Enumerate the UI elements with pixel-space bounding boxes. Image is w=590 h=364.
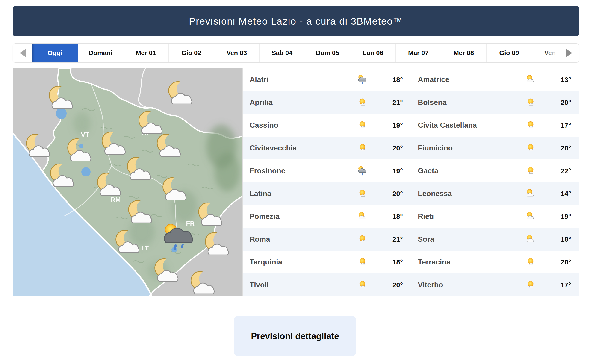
city-row[interactable]: Amatrice13°: [411, 68, 579, 91]
prev-days-button[interactable]: [13, 44, 32, 62]
province-label-fr: FR: [186, 220, 195, 227]
city-temperature: 20°: [375, 144, 403, 152]
city-name: Gaeta: [418, 167, 525, 175]
weather-icon-sun: [525, 257, 537, 268]
city-temperature: 18°: [375, 213, 403, 221]
city-row[interactable]: Viterbo17°: [411, 273, 579, 296]
city-name: Aprilia: [249, 98, 357, 107]
city-temperature: 19°: [544, 213, 571, 221]
city-name: Rieti: [418, 212, 525, 221]
city-temperature: 14°: [544, 190, 571, 198]
city-list-left: Alatri18°Aprilia21°Cassino19°Civitavecch…: [243, 68, 411, 296]
city-temperature: 21°: [375, 235, 403, 243]
city-row[interactable]: Fiumicino20°: [411, 136, 579, 159]
day-tab-mer-08[interactable]: Mer 08: [441, 44, 486, 62]
city-temperature: 18°: [544, 235, 571, 243]
weather-icon-sun: [357, 234, 368, 245]
city-name: Tarquinia: [249, 258, 357, 266]
city-temperature: 20°: [544, 99, 571, 106]
weather-icon-sun: [525, 143, 537, 154]
day-tab-dom-05[interactable]: Dom 05: [305, 44, 350, 62]
day-tabs: OggiDomaniMer 01Gio 02Ven 03Sab 04Dom 05…: [32, 44, 560, 62]
widget-header: Previsioni Meteo Lazio - a cura di 3BMet…: [13, 6, 579, 36]
city-row[interactable]: Rieti19°: [411, 205, 579, 228]
city-name: Sora: [418, 235, 525, 244]
city-row[interactable]: Tivoli20°: [243, 273, 411, 296]
weather-icon-sun: [525, 165, 537, 176]
city-row[interactable]: Leonessa14°: [411, 182, 579, 205]
city-name: Terracina: [418, 258, 525, 266]
day-tab-lun-06[interactable]: Lun 06: [350, 44, 395, 62]
weather-icon-sun-cloud: [525, 188, 537, 199]
city-row[interactable]: Latina20°: [243, 182, 411, 205]
city-temperature: 19°: [375, 121, 403, 129]
weather-icon-sun: [357, 257, 368, 268]
city-row[interactable]: Sora18°: [411, 228, 579, 251]
weather-icon-sun: [357, 188, 368, 199]
city-temperature: 20°: [544, 258, 571, 266]
day-tab-sab-04[interactable]: Sab 04: [259, 44, 305, 62]
city-row[interactable]: Civita Castellana17°: [411, 114, 579, 136]
city-row[interactable]: Terracina20°: [411, 251, 579, 273]
city-temperature: 20°: [375, 281, 403, 289]
weather-icon-sun: [525, 120, 537, 131]
city-row[interactable]: Civitavecchia20°: [243, 136, 411, 159]
day-tab-gio-02[interactable]: Gio 02: [169, 44, 214, 62]
city-temperature: 13°: [544, 76, 571, 84]
city-name: Alatri: [249, 75, 357, 84]
weather-icon-sun: [357, 97, 368, 108]
day-tab-domani[interactable]: Domani: [78, 44, 123, 62]
weather-icon-sun: [357, 143, 368, 154]
detailed-forecast-button[interactable]: Previsioni dettagliate: [234, 316, 356, 356]
city-temperature: 20°: [544, 144, 571, 152]
city-row[interactable]: Tarquinia18°: [243, 251, 411, 273]
city-name: Roma: [249, 235, 357, 244]
city-row[interactable]: Pomezia18°: [243, 205, 411, 228]
weather-icon-sun: [525, 97, 537, 108]
day-tab-ven-10[interactable]: Ven 10: [532, 44, 560, 62]
city-name: Latina: [249, 189, 357, 198]
city-row[interactable]: Cassino19°: [243, 114, 411, 136]
day-tab-ven-03[interactable]: Ven 03: [214, 44, 259, 62]
day-tab-oggi[interactable]: Oggi: [32, 44, 78, 62]
city-row[interactable]: Gaeta22°: [411, 159, 579, 182]
city-name: Bolsena: [418, 98, 525, 107]
city-temperature: 20°: [375, 190, 403, 198]
city-row[interactable]: Bolsena20°: [411, 91, 579, 114]
day-tab-gio-09[interactable]: Gio 09: [486, 44, 532, 62]
province-label-vt: VT: [81, 131, 89, 138]
city-name: Viterbo: [418, 281, 525, 289]
weather-icon-sun-cloud: [525, 234, 537, 245]
weather-icon-sun-cloud: [525, 74, 537, 85]
day-tabs-bar: OggiDomaniMer 01Gio 02Ven 03Sab 04Dom 05…: [13, 43, 579, 63]
page-title: Previsioni Meteo Lazio - a cura di 3BMet…: [189, 16, 403, 27]
city-row[interactable]: Aprilia21°: [243, 91, 411, 114]
province-label-rm: RM: [111, 196, 121, 203]
city-temperature: 19°: [375, 167, 403, 175]
city-name: Cassino: [249, 121, 357, 130]
city-row[interactable]: Alatri18°: [243, 68, 411, 91]
city-temperature: 17°: [544, 281, 571, 289]
day-tab-mer-01[interactable]: Mer 01: [123, 44, 169, 62]
weather-icon-rain: [357, 74, 368, 85]
weather-icon-sun: [357, 280, 368, 291]
city-name: Frosinone: [249, 167, 357, 175]
weather-icon-sun-cloud: [525, 211, 537, 222]
province-label-lt: LT: [141, 244, 149, 252]
weather-icon-sun: [357, 120, 368, 131]
forecast-content: VT RI RM FR LT: [13, 68, 579, 297]
city-name: Amatrice: [418, 75, 525, 84]
weather-icon-sun: [525, 280, 537, 291]
weather-icon-rain: [357, 165, 368, 176]
city-temperature: 18°: [375, 258, 403, 266]
city-list-right: Amatrice13°Bolsena20°Civita Castellana17…: [411, 68, 579, 296]
city-row[interactable]: Roma21°: [243, 228, 411, 251]
weather-icon-sun-cloud: [357, 211, 368, 222]
day-tab-mar-07[interactable]: Mar 07: [395, 44, 441, 62]
city-temperature: 17°: [544, 121, 571, 129]
chevron-left-icon: [20, 49, 26, 57]
city-row[interactable]: Frosinone19°: [243, 159, 411, 182]
city-name: Civita Castellana: [418, 121, 525, 130]
lazio-weather-map: VT RI RM FR LT: [13, 68, 243, 296]
next-days-button[interactable]: [560, 44, 579, 62]
